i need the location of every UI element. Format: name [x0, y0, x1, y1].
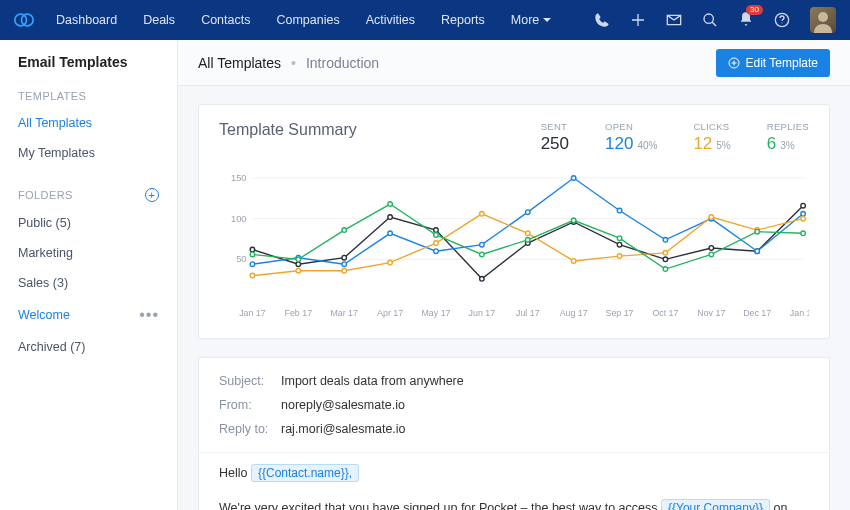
svg-point-57: [526, 231, 531, 236]
nav-more[interactable]: More: [511, 13, 551, 27]
sidebar-item-marketing[interactable]: Marketing: [0, 238, 177, 268]
summary-card: Template Summary SENT250 OPEN12040% CLIC…: [198, 104, 830, 339]
svg-point-41: [388, 231, 393, 236]
svg-point-59: [617, 254, 622, 259]
search-icon[interactable]: [702, 12, 718, 28]
svg-point-55: [434, 241, 439, 246]
nav-dashboard[interactable]: Dashboard: [56, 13, 117, 27]
sidebar-item-my-templates[interactable]: My Templates: [0, 138, 177, 168]
template-details-card: Subject:Import deals data from anywhere …: [198, 357, 830, 510]
metric-open: OPEN12040%: [605, 121, 657, 154]
svg-point-70: [526, 238, 531, 243]
main-nav: Dashboard Deals Contacts Companies Activ…: [56, 13, 594, 27]
svg-point-25: [250, 247, 255, 252]
sidebar-title: Email Templates: [0, 54, 177, 84]
svg-point-52: [296, 268, 301, 273]
svg-point-49: [755, 249, 760, 254]
plus-circle-icon: [728, 57, 740, 69]
svg-text:May 17: May 17: [422, 308, 451, 318]
svg-point-44: [526, 210, 531, 215]
svg-point-51: [250, 273, 255, 278]
sidebar-item-archived[interactable]: Archived (7): [0, 332, 177, 362]
svg-point-42: [434, 249, 439, 254]
breadcrumb-leaf: Introduction: [306, 55, 379, 71]
nav-deals[interactable]: Deals: [143, 13, 175, 27]
svg-text:Sep 17: Sep 17: [606, 308, 634, 318]
merge-tag-contact-name[interactable]: {{Contact.name}},: [251, 464, 359, 482]
svg-point-29: [434, 228, 439, 233]
svg-point-64: [250, 252, 255, 257]
svg-point-47: [663, 238, 668, 243]
svg-point-4: [818, 12, 828, 22]
svg-point-46: [617, 208, 622, 213]
main-panel: All Templates • Introduction Edit Templa…: [178, 40, 850, 510]
breadcrumb-sep: •: [291, 55, 296, 71]
sidebar-item-all-templates[interactable]: All Templates: [0, 108, 177, 138]
chevron-down-icon: [543, 18, 551, 26]
svg-text:50: 50: [236, 253, 246, 264]
phone-icon[interactable]: [594, 12, 610, 28]
breadcrumb-root[interactable]: All Templates: [198, 55, 281, 71]
svg-point-34: [663, 257, 668, 262]
svg-point-61: [709, 215, 714, 220]
section-templates: TEMPLATES: [0, 84, 177, 108]
user-avatar[interactable]: [810, 7, 836, 33]
sidebar-item-public[interactable]: Public (5): [0, 208, 177, 238]
app-logo-icon: [14, 13, 34, 27]
notifications[interactable]: 30: [738, 11, 754, 30]
detail-subject: Subject:Import deals data from anywhere: [219, 374, 809, 388]
mail-icon[interactable]: [666, 12, 682, 28]
svg-text:Jul 17: Jul 17: [516, 308, 540, 318]
sidebar-item-welcome[interactable]: Welcome•••: [0, 298, 177, 332]
detail-from: From:noreply@salesmate.io: [219, 398, 809, 412]
svg-point-66: [342, 228, 347, 233]
svg-point-71: [571, 218, 576, 223]
sidebar-item-sales[interactable]: Sales (3): [0, 268, 177, 298]
svg-point-0: [15, 14, 27, 26]
svg-point-2: [704, 14, 713, 23]
svg-point-60: [663, 251, 668, 256]
svg-point-65: [296, 257, 301, 262]
svg-text:Apr 17: Apr 17: [377, 308, 403, 318]
svg-text:Mar 17: Mar 17: [330, 308, 358, 318]
svg-text:Nov 17: Nov 17: [697, 308, 725, 318]
top-nav-bar: Dashboard Deals Contacts Companies Activ…: [0, 0, 850, 40]
svg-point-75: [755, 229, 760, 234]
merge-tag-your-company[interactable]: {{Your Company}}: [661, 499, 770, 510]
svg-point-54: [388, 260, 393, 265]
notification-badge: 30: [746, 5, 763, 15]
nav-activities[interactable]: Activities: [366, 13, 415, 27]
svg-point-26: [296, 262, 301, 267]
svg-point-74: [709, 252, 714, 257]
svg-point-68: [434, 233, 439, 238]
svg-point-63: [801, 216, 806, 221]
folder-menu-icon[interactable]: •••: [139, 306, 159, 324]
nav-reports[interactable]: Reports: [441, 13, 485, 27]
svg-point-30: [480, 277, 485, 282]
svg-point-27: [342, 255, 347, 260]
metric-sent: SENT250: [541, 121, 569, 154]
svg-point-45: [571, 176, 576, 181]
edit-template-button[interactable]: Edit Template: [716, 49, 831, 77]
svg-point-28: [388, 215, 393, 220]
svg-point-40: [342, 262, 347, 267]
svg-point-76: [801, 231, 806, 236]
detail-reply-to: Reply to:raj.mori@salesmate.io: [219, 422, 809, 436]
help-icon[interactable]: [774, 12, 790, 28]
svg-text:Jan 17: Jan 17: [239, 308, 266, 318]
section-folders: FOLDERS +: [0, 182, 177, 208]
svg-point-56: [480, 211, 485, 216]
nav-contacts[interactable]: Contacts: [201, 13, 250, 27]
svg-text:Dec 17: Dec 17: [743, 308, 771, 318]
nav-companies[interactable]: Companies: [276, 13, 339, 27]
svg-text:Jan 18: Jan 18: [790, 308, 809, 318]
svg-point-67: [388, 202, 393, 207]
svg-text:150: 150: [231, 172, 247, 183]
svg-point-37: [801, 203, 806, 208]
summary-title: Template Summary: [219, 121, 357, 139]
svg-point-43: [480, 242, 485, 247]
plus-icon[interactable]: [630, 12, 646, 28]
template-body: Hello {{Contact.name}}, We're very excit…: [219, 453, 809, 510]
svg-point-35: [709, 246, 714, 251]
add-folder-icon[interactable]: +: [145, 188, 159, 202]
